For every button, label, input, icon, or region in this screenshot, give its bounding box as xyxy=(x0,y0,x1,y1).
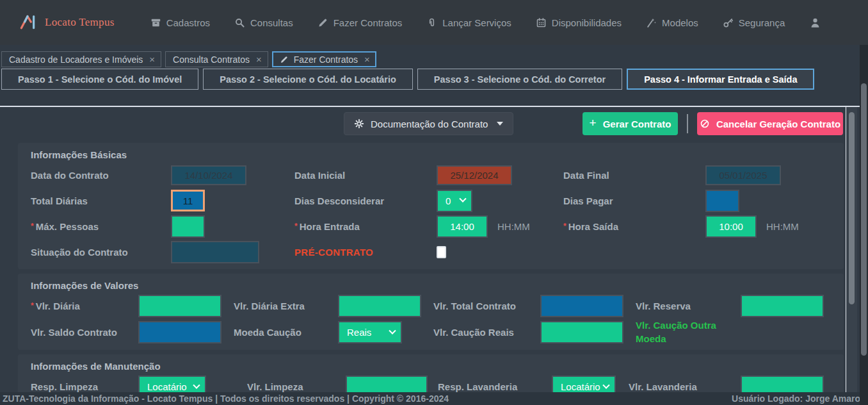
data-contrato-field[interactable]: 14/10/2024 xyxy=(171,165,246,185)
section-title: Informações de Valores xyxy=(31,280,844,291)
cancelar-label: Cancelar Geração Contrato xyxy=(716,119,840,129)
hora-saida-label: *Hora Saída xyxy=(563,221,705,232)
hora-entrada-field[interactable]: 14:00 xyxy=(437,215,488,238)
tab-cadastro-locadores[interactable]: Cadastro de Locadores e Imóveis × xyxy=(1,51,161,67)
required-mark: * xyxy=(563,222,567,231)
section-title: Informações de Manutenção xyxy=(31,361,844,372)
hora-saida-field[interactable]: 10:00 xyxy=(705,215,757,238)
nav-item-label: Cadastros xyxy=(166,17,210,28)
resp-lavanderia-value: Locatário xyxy=(561,381,600,392)
contract-toolbar: Documentação do Contrato + Gerar Contrat… xyxy=(18,112,843,135)
total-diarias-label: Total Diárias xyxy=(31,195,171,206)
vlr-total-contrato-field[interactable] xyxy=(540,295,623,317)
tab-consulta-contratos[interactable]: Consulta Contratos × xyxy=(165,51,268,67)
resp-limpeza-value: Locatário xyxy=(147,381,187,392)
close-icon[interactable]: × xyxy=(256,54,262,65)
tab-label: Consulta Contratos xyxy=(173,54,250,65)
chevron-down-icon xyxy=(193,381,200,388)
vlr-limpeza-label: Vlr. Limpeza xyxy=(247,381,346,392)
step-tab-2[interactable]: Passo 2 - Selecione o Cód. do Locatário xyxy=(203,69,413,90)
nav-item-user[interactable] xyxy=(809,17,821,29)
pen-icon xyxy=(317,17,328,28)
vlr-lavanderia-field[interactable] xyxy=(741,376,824,392)
nav-item-disponibilidades[interactable]: Disponibilidades xyxy=(536,17,622,28)
documentacao-contrato-button[interactable]: Documentação do Contrato xyxy=(344,112,513,135)
dias-desconsiderar-label: Dias Desconsiderar xyxy=(294,195,437,206)
page-scrollbar-track[interactable] xyxy=(860,45,868,405)
data-inicial-label: Data Inicial xyxy=(294,170,437,181)
max-pessoas-field[interactable] xyxy=(171,215,205,238)
section-informacoes-valores: Informações de Valores *Vlr. Diária Vlr.… xyxy=(18,274,844,350)
step-tab-3[interactable]: Passo 3 - Selecione o Cód. do Corretor xyxy=(417,69,622,90)
search-icon xyxy=(234,17,245,28)
dias-pagar-field[interactable] xyxy=(705,190,739,212)
nav-item-seguranca[interactable]: Segurança xyxy=(723,17,785,28)
max-pessoas-label: *Máx. Pessoas xyxy=(31,221,171,232)
footer-logged-user: Usuário Logado: Jorge Amaro xyxy=(732,393,860,404)
button-divider xyxy=(687,114,688,133)
nav-item-label: Consultas xyxy=(250,17,293,28)
vlr-diaria-field[interactable] xyxy=(138,295,221,317)
section-informacoes-basicas: Informações Básicas Data do Contrato 14/… xyxy=(18,143,844,269)
required-mark: * xyxy=(294,222,298,231)
dias-desconsiderar-value: 0 xyxy=(446,195,451,206)
hora-entrada-hint: HH:MM xyxy=(497,221,530,232)
vlr-total-contrato-label: Vlr. Total Contrato xyxy=(433,301,540,311)
close-icon[interactable]: × xyxy=(364,54,370,65)
step-label: Passo 1 - Selecione o Cód. do Imóvel xyxy=(18,74,182,85)
vlr-reserva-label: Vlr. Reserva xyxy=(636,301,741,311)
content-scrollbar-thumb[interactable] xyxy=(849,112,855,304)
step-tabbar: Passo 1 - Selecione o Cód. do Imóvel Pas… xyxy=(1,69,814,90)
total-diarias-field[interactable]: 11 xyxy=(171,190,205,211)
data-inicial-field[interactable]: 25/12/2024 xyxy=(437,165,512,185)
gerar-label: Gerar Contrato xyxy=(603,119,671,129)
moeda-caucao-select[interactable]: Reais xyxy=(338,321,402,343)
data-final-field[interactable]: 05/01/2025 xyxy=(705,165,781,185)
nav-item-fazer-contratos[interactable]: Fazer Contratos xyxy=(317,17,403,28)
step-tab-1[interactable]: Passo 1 - Selecione o Cód. do Imóvel xyxy=(1,69,198,90)
situacao-contrato-label: Situação do Contrato xyxy=(31,247,171,258)
close-icon[interactable]: × xyxy=(149,54,155,65)
resp-lavanderia-select[interactable]: Locatário xyxy=(552,376,616,392)
status-bar: ZUTA-Tecnologia da Informação - Locato T… xyxy=(0,392,868,405)
pen-icon xyxy=(280,55,289,64)
cancelar-geracao-button[interactable]: Cancelar Geração Contrato xyxy=(697,112,843,135)
nav-item-cadastros[interactable]: Cadastros xyxy=(150,17,210,28)
vlr-caucao-outra-moeda-label: Vlr. Caução Outra Moeda xyxy=(636,319,738,345)
nav-item-label: Segurança xyxy=(739,17,785,28)
situacao-contrato-field[interactable] xyxy=(171,241,259,263)
gerar-contrato-button[interactable]: + Gerar Contrato xyxy=(583,112,678,135)
nav-item-lancar-servicos[interactable]: Lançar Serviços xyxy=(426,17,511,28)
magic-wand-icon xyxy=(646,17,657,28)
step-label: Passo 2 - Selecione o Cód. do Locatário xyxy=(220,74,396,85)
documentacao-label: Documentação do Contrato xyxy=(371,119,488,129)
vlr-caucao-reais-field[interactable] xyxy=(540,321,623,343)
dias-desconsiderar-select[interactable]: 0 xyxy=(437,190,472,212)
vlr-limpeza-field[interactable] xyxy=(346,376,428,392)
plus-icon: + xyxy=(590,116,597,130)
page-scrollbar-thumb[interactable] xyxy=(861,83,867,356)
resp-limpeza-select[interactable]: Locatário xyxy=(138,376,206,392)
content-scrollbar-track[interactable] xyxy=(846,107,857,392)
brand-logo-icon xyxy=(18,12,37,33)
user-icon xyxy=(809,17,821,29)
data-contrato-label: Data do Contrato xyxy=(31,170,171,181)
vlr-diaria-label: *Vlr. Diária xyxy=(31,301,138,311)
vlr-reserva-field[interactable] xyxy=(741,295,824,317)
step-label: Passo 3 - Selecione o Cód. do Corretor xyxy=(434,74,606,85)
caret-down-icon xyxy=(497,122,503,126)
tab-fazer-contratos[interactable]: Fazer Contratos × xyxy=(272,51,376,67)
nav-item-modelos[interactable]: Modelos xyxy=(646,17,698,28)
chevron-down-icon xyxy=(389,327,396,334)
step-tab-4[interactable]: Passo 4 - Informar Entrada e Saída xyxy=(627,69,814,90)
chevron-down-icon xyxy=(602,381,609,388)
brand[interactable]: Locato Tempus xyxy=(18,12,115,33)
pre-contrato-checkbox[interactable] xyxy=(437,246,446,258)
section-informacoes-manutencao: Informações de Manutenção Resp. Limpeza … xyxy=(18,354,844,392)
nav-item-label: Disponibilidades xyxy=(552,17,622,28)
vlr-lavanderia-label: Vlr. Lavanderia xyxy=(629,381,741,392)
vlr-saldo-contrato-field[interactable] xyxy=(138,321,221,343)
moeda-caucao-value: Reais xyxy=(347,327,371,338)
nav-item-consultas[interactable]: Consultas xyxy=(234,17,293,28)
vlr-diaria-extra-field[interactable] xyxy=(338,295,421,317)
